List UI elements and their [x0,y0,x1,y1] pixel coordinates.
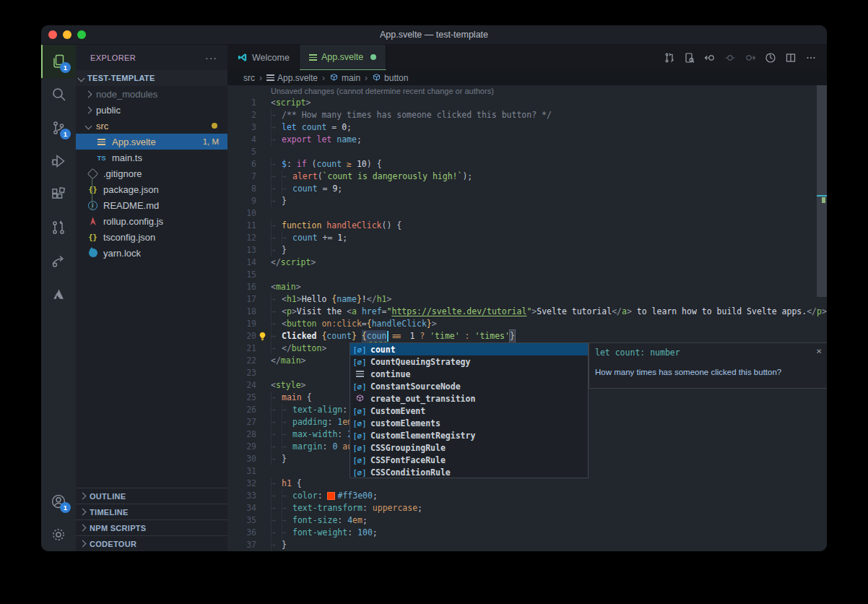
close-window-button[interactable] [48,30,57,39]
code-line-2[interactable]: 2→/** How many times has someone clicked… [227,109,827,121]
suggest-item-cssconditionrule[interactable]: [∅]CSSConditionRule [350,466,588,478]
section-header-codetour[interactable]: CODETOUR [76,535,227,551]
scrollbar-thumb[interactable] [817,85,827,297]
section-label: CODETOUR [90,540,136,548]
activity-bar-item-search[interactable] [41,78,76,111]
breadcrumb-item-main[interactable]: main [329,73,360,83]
breadcrumb-label: App.svelte [277,73,318,83]
activity-bar-item-extensions[interactable] [41,178,76,211]
section-label: TIMELINE [90,508,129,517]
suggest-item-continue[interactable]: continue [350,368,588,380]
tree-item-src[interactable]: src [76,118,227,134]
activity-bar-item-explorer[interactable]: 1 [41,45,76,78]
compare-changes-button[interactable] [661,49,678,66]
section-header-npm-scripts[interactable]: NPM SCRIPTS [76,519,227,535]
title-bar[interactable]: App.svelte — test-template [41,25,827,45]
tree-item-app-svelte[interactable]: App.svelte1, M [76,134,227,150]
tab-welcome[interactable]: Welcome [227,45,300,70]
tree-item-rollup-config-js[interactable]: rollup.config.js [76,213,227,229]
tree-item-readme-md[interactable]: iREADME.md [76,197,227,213]
activity-bar-item-github-pull-requests[interactable] [41,211,76,244]
code-line-7[interactable]: 7→→alert(`count is dangerously high!`); [227,171,827,183]
breadcrumb-item-src[interactable]: src [243,73,255,83]
code-line-36[interactable]: 36→→font-weight: 100; [227,527,827,539]
rollup-icon [87,216,98,227]
more-actions-icon[interactable]: ··· [205,52,217,64]
code-line-33[interactable]: 33→→color: #ff3e00; [227,490,827,502]
code-line-11[interactable]: 11→function handleClick() { [227,220,827,232]
split-editor-button[interactable] [782,49,799,66]
section-header-timeline[interactable]: TIMELINE [76,504,227,519]
chevron-right-icon [79,525,87,532]
code-line-9[interactable]: 9→} [227,195,827,207]
code-line-10[interactable]: 10 [227,207,827,220]
symbol-variable-icon: [∅] [353,468,366,477]
code-line-35[interactable]: 35→→font-size: 4em; [227,514,827,527]
zoom-window-button[interactable] [77,30,86,39]
code-line-20[interactable]: 20→Clicked {count} {coun≡ 1 ? 'time' : '… [227,330,827,342]
code-line-37[interactable]: 37→} [227,539,827,551]
open-changes-button[interactable] [681,49,698,66]
suggest-item-create-out-transition[interactable]: create_out_transition [350,392,588,405]
next-change-button[interactable] [742,49,759,66]
tree-item-yarn-lock[interactable]: yarn.lock [76,245,227,261]
suggest-item-countqueuingstrategy[interactable]: [∅]CountQueuingStrategy [350,355,588,368]
suggest-item-customelements[interactable]: [∅]customElements [350,417,588,429]
minimize-window-button[interactable] [63,30,71,39]
activity-bar-item-accounts[interactable]: 1 [41,485,76,518]
activity-bar-item-azure[interactable] [41,277,76,311]
tab-app-svelte[interactable]: App.svelte [300,45,386,70]
current-revision-button[interactable] [721,49,739,66]
tree-item-main-ts[interactable]: TSmain.ts [76,150,227,165]
code-line-19[interactable]: 19→<button on:click={handleClick}> [227,318,827,330]
suggest-item-cssgroupingrule[interactable]: [∅]CSSGroupingRule [350,441,588,454]
code-line-17[interactable]: 17→<h1>Hello {name}!</h1> [227,293,827,306]
tree-item-package-json[interactable]: {}package.json [76,181,227,197]
code-line-14[interactable]: 14</script> [227,256,827,269]
suggest-item-label: CountQueuingStrategy [370,357,470,367]
symbol-variable-icon: [∅] [353,444,366,452]
file-history-button[interactable] [762,49,779,66]
badge: 1 [60,62,71,73]
tree-item--gitignore[interactable]: .gitignore [76,165,227,181]
lightbulb-icon[interactable] [257,331,268,342]
tree-item-tsconfig-json[interactable]: {}tsconfig.json [76,229,227,245]
symbol-keyword-icon [353,371,366,377]
activity-bar-item-settings[interactable] [41,518,76,551]
code-line-8[interactable]: 8→→count = 9; [227,183,827,195]
tree-item-public[interactable]: public [76,102,227,118]
activity-bar-item-run-debug[interactable] [41,144,76,178]
suggest-item-customevent[interactable]: [∅]CustomEvent [350,405,588,417]
suggest-item-constantsourcenode[interactable]: [∅]ConstantSourceNode [350,380,588,392]
tree-item-node-modules[interactable]: node_modules [76,86,227,102]
activity-bar-item-live-share[interactable] [41,244,76,277]
line-number: 7 [227,171,256,183]
code-line-6[interactable]: 6→$: if (count ≥ 10) { [227,158,827,171]
code-line-32[interactable]: 32→h1 { [227,478,827,490]
code-line-18[interactable]: 18→<p>Visit the <a href="https://svelte.… [227,306,827,318]
suggest-item-cssfontfacerule[interactable]: [∅]CSSFontFaceRule [350,454,588,466]
code-line-4[interactable]: 4→export let name; [227,134,827,146]
code-line-12[interactable]: 12→→count += 1; [227,232,827,244]
activity-bar-item-source-control[interactable]: 1 [41,111,76,144]
more-actions-button[interactable] [802,49,820,66]
breadcrumb-item-button[interactable]: button [372,73,408,83]
tree-item-label: public [96,105,121,116]
code-line-34[interactable]: 34→→text-transform: uppercase; [227,502,827,514]
suggest-item-count[interactable]: [∅]count [350,343,588,355]
chevron-right-icon [79,540,87,548]
workspace-section-header[interactable]: TEST-TEMPLATE [76,70,227,86]
breadcrumb-item-app-svelte[interactable]: App.svelte [266,73,318,83]
previous-change-button[interactable] [701,49,719,66]
code-line-15[interactable]: 15 [227,269,827,281]
suggest-item-customelementregistry[interactable]: [∅]CustomElementRegistry [350,429,588,441]
code-line-3[interactable]: 3→let count = 0; [227,121,827,134]
line-content: →→count = 9; [271,183,342,195]
code-line-5[interactable]: 5 [227,146,827,158]
code-line-13[interactable]: 13→} [227,244,827,256]
code-line-16[interactable]: 16<main> [227,281,827,293]
section-header-outline[interactable]: OUTLINE [76,488,227,504]
code-editor[interactable]: Unsaved changes (cannot determine recent… [227,85,827,551]
suggest-item-label: continue [370,369,410,379]
code-line-1[interactable]: 1<script> [227,97,827,109]
